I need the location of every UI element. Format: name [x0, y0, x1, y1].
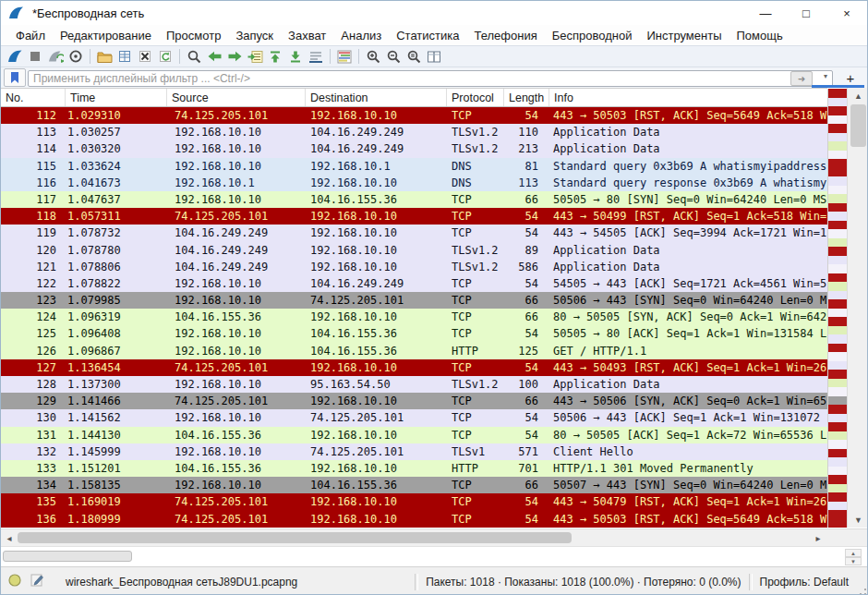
apply-filter-button[interactable]: ➜: [790, 71, 813, 86]
scroll-up-icon[interactable]: ▲: [848, 88, 868, 103]
packet-row[interactable]: 1221.078822192.168.10.10104.16.249.249TC…: [1, 275, 827, 292]
close-file-icon[interactable]: [135, 47, 155, 66]
add-filter-button[interactable]: +: [842, 70, 859, 86]
horizontal-scrollbar[interactable]: ◂ ▸: [1, 528, 868, 546]
menu-item[interactable]: Беспроводной: [545, 27, 640, 44]
capture-comment-icon[interactable]: [30, 574, 43, 590]
packet-row[interactable]: 1241.096319104.16.155.36192.168.10.10TCP…: [1, 309, 827, 325]
maximize-button[interactable]: □: [786, 1, 826, 25]
wireshark-fin-start-icon[interactable]: [5, 47, 25, 66]
cell-source: 74.125.205.101: [167, 493, 306, 510]
resize-grip[interactable]: [854, 583, 867, 595]
save-file-icon[interactable]: [115, 47, 135, 66]
minimize-button[interactable]: —: [745, 1, 786, 25]
vertical-scrollbar[interactable]: ▲ ▼: [847, 88, 868, 528]
go-back-icon[interactable]: [204, 47, 224, 66]
cell-info: Application Data: [549, 242, 827, 259]
column-header[interactable]: Protocol: [447, 89, 504, 106]
go-forward-icon[interactable]: [224, 47, 245, 66]
expert-info-icon[interactable]: [8, 574, 21, 590]
scroll-right-icon[interactable]: ▸: [812, 531, 825, 544]
minimap-stripe: [828, 414, 847, 423]
packet-row[interactable]: 1151.033624192.168.10.10192.168.10.1DNS8…: [1, 158, 827, 175]
stop-capture-icon[interactable]: [25, 47, 45, 66]
go-bottom-icon[interactable]: [285, 47, 306, 66]
packet-row[interactable]: 1171.047637192.168.10.10104.16.155.36TCP…: [1, 191, 827, 208]
secondary-scrollbar-thumb[interactable]: [3, 551, 132, 562]
column-header[interactable]: Time: [66, 89, 167, 106]
packet-row[interactable]: 1231.079985192.168.10.1074.125.205.101TC…: [1, 292, 827, 309]
column-header[interactable]: Source: [167, 89, 306, 106]
packet-row[interactable]: 1211.078806104.16.249.249192.168.10.10TL…: [1, 259, 827, 275]
column-header[interactable]: Length: [504, 89, 549, 106]
menu-item[interactable]: Помощь: [729, 27, 790, 44]
packet-row[interactable]: 1201.078780104.16.249.249192.168.10.10TL…: [1, 242, 827, 259]
zoom-out-icon[interactable]: [383, 47, 404, 66]
cell-destination: 192.168.10.10: [306, 359, 447, 376]
spinner-up-icon[interactable]: ▲: [845, 549, 862, 557]
packet-row[interactable]: 1161.041673192.168.10.1192.168.10.10DNS1…: [1, 175, 827, 191]
cell-time: 1.145999: [66, 443, 167, 460]
column-header[interactable]: No.: [1, 89, 66, 106]
menu-item[interactable]: Телефония: [466, 27, 544, 44]
capture-options-icon[interactable]: [66, 47, 86, 66]
vertical-scrollbar-thumb[interactable]: [850, 104, 866, 147]
status-bar: wireshark_Беспроводная сетьJ89DU1.pcapng…: [1, 566, 868, 595]
menu-item[interactable]: Захват: [281, 27, 333, 44]
restart-capture-icon[interactable]: [45, 47, 66, 66]
display-filter-input[interactable]: [28, 70, 833, 87]
packet-row[interactable]: 1261.096867192.168.10.10104.16.155.36HTT…: [1, 343, 827, 359]
packet-row[interactable]: 1341.158135192.168.10.10104.16.155.36TCP…: [1, 477, 827, 493]
scroll-left-icon[interactable]: ◂: [3, 531, 16, 544]
cell-time: 1.029310: [66, 107, 167, 124]
menu-item[interactable]: Файл: [8, 27, 53, 44]
packet-row[interactable]: 1331.151201104.16.155.36192.168.10.10HTT…: [1, 460, 827, 477]
cell-no: 121: [1, 259, 66, 275]
menu-item[interactable]: Анализ: [333, 27, 389, 44]
packet-row[interactable]: 1361.18099974.125.205.101192.168.10.10TC…: [1, 511, 827, 528]
minimap-stripe: [828, 133, 847, 142]
packet-row[interactable]: 1191.078732104.16.249.249192.168.10.10TC…: [1, 225, 827, 241]
reload-file-icon[interactable]: [155, 47, 175, 66]
menu-item[interactable]: Просмотр: [159, 27, 228, 44]
column-header[interactable]: Destination: [306, 89, 447, 106]
packet-row[interactable]: 1291.14146674.125.205.101192.168.10.10TC…: [1, 393, 827, 409]
cell-length: 66: [504, 292, 549, 309]
filter-bookmark-icon[interactable]: [4, 68, 26, 87]
packet-row[interactable]: 1311.144130104.16.155.36192.168.10.10TCP…: [1, 427, 827, 443]
scroll-down-icon[interactable]: ▼: [848, 512, 868, 528]
menu-item[interactable]: Редактирование: [53, 27, 159, 44]
spinner-down-icon[interactable]: ▼: [845, 557, 862, 565]
packet-row[interactable]: 1251.096408192.168.10.10104.16.155.36TCP…: [1, 325, 827, 342]
packet-minimap[interactable]: [827, 89, 847, 528]
menu-item[interactable]: Запуск: [228, 27, 281, 44]
colorize-packets-icon[interactable]: [334, 47, 355, 66]
menu-item[interactable]: Инструменты: [639, 27, 729, 44]
packet-row[interactable]: 1281.137300192.168.10.1095.163.54.50TLSv…: [1, 376, 827, 393]
menu-item[interactable]: Статистика: [389, 27, 466, 44]
packet-row[interactable]: 1131.030257192.168.10.10104.16.249.249TL…: [1, 124, 827, 140]
horizontal-scrollbar-thumb[interactable]: [18, 532, 572, 543]
go-top-icon[interactable]: [265, 47, 285, 66]
packet-row[interactable]: 1271.13645474.125.205.101192.168.10.10TC…: [1, 359, 827, 376]
cell-source: 104.16.249.249: [167, 259, 306, 275]
find-packet-icon[interactable]: [184, 47, 204, 66]
resize-columns-icon[interactable]: [424, 47, 444, 66]
auto-scroll-icon[interactable]: [306, 47, 326, 66]
packet-list-header: No.TimeSourceDestinationProtocolLengthIn…: [1, 88, 827, 107]
go-to-packet-icon[interactable]: [245, 47, 265, 66]
zoom-original-icon[interactable]: [404, 47, 424, 66]
packet-row[interactable]: 1351.16901974.125.205.101192.168.10.10TC…: [1, 493, 827, 510]
close-button[interactable]: ×: [826, 1, 867, 25]
cell-source: 104.16.249.249: [167, 225, 306, 241]
open-file-icon[interactable]: [94, 47, 115, 66]
packet-row[interactable]: 1301.141562192.168.10.1074.125.205.101TC…: [1, 409, 827, 426]
zoom-in-icon[interactable]: [363, 47, 383, 66]
profile-label[interactable]: Профиль: Default: [760, 576, 850, 589]
packet-row[interactable]: 1121.02931074.125.205.101192.168.10.10TC…: [1, 107, 827, 124]
column-header[interactable]: Info: [549, 89, 827, 106]
packet-row[interactable]: 1141.030320192.168.10.10104.16.249.249TL…: [1, 140, 827, 157]
filter-dropdown-caret-icon[interactable]: ▾: [824, 72, 827, 80]
packet-row[interactable]: 1321.145999192.168.10.1074.125.205.101TL…: [1, 443, 827, 460]
packet-row[interactable]: 1181.05731174.125.205.101192.168.10.10TC…: [1, 208, 827, 225]
